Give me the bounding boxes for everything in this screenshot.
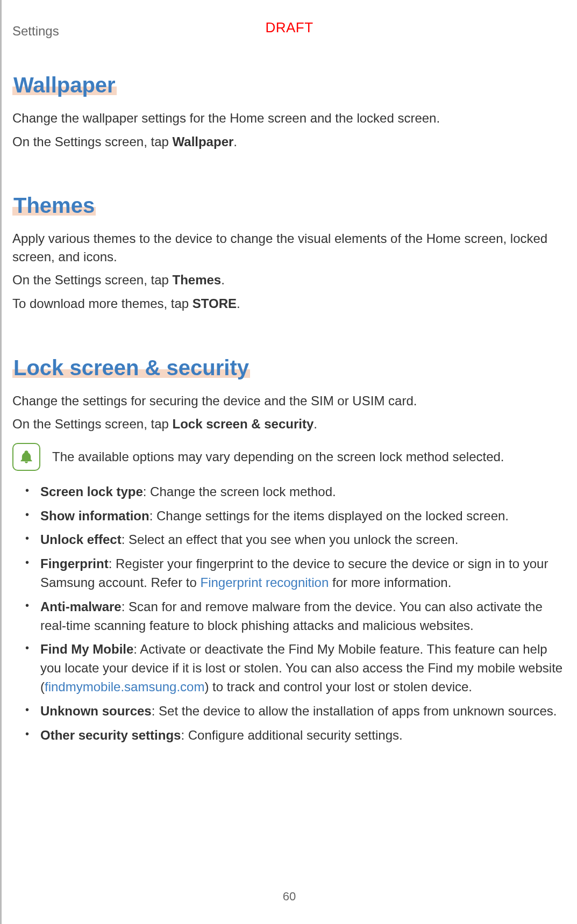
heading-lock-security: Lock screen & security (12, 356, 250, 380)
item-text: for more information. (329, 575, 451, 590)
heading-themes: Themes (12, 194, 96, 218)
page-number: 60 (283, 890, 296, 904)
text-fragment: To download more themes, tap (12, 296, 193, 311)
item-text: : Change the screen lock method. (143, 484, 336, 499)
section-lock-security: Lock screen & security Change the settin… (12, 356, 566, 745)
text-fragment: On the Settings screen, tap (12, 417, 173, 431)
text-fragment: . (221, 273, 225, 287)
bell-icon (12, 443, 40, 471)
themes-store-instruction: To download more themes, tap STORE. (12, 295, 566, 313)
item-title: Anti-malware (40, 599, 122, 614)
item-text: : Select an effect that you see when you… (122, 532, 459, 547)
link-findmymobile[interactable]: findmymobile.samsung.com (45, 679, 204, 694)
bold-wallpaper: Wallpaper (173, 134, 234, 149)
lock-desc: Change the settings for securing the dev… (12, 392, 566, 410)
list-item: Unknown sources: Set the device to allow… (25, 702, 566, 721)
themes-desc: Apply various themes to the device to ch… (12, 230, 566, 266)
page-header: Settings DRAFT (12, 19, 566, 41)
text-fragment: . (233, 134, 237, 149)
note-text: The available options may vary depending… (52, 449, 504, 464)
bold-store: STORE (193, 296, 237, 311)
bold-lock-security: Lock screen & security (173, 417, 314, 431)
draft-watermark: DRAFT (265, 19, 313, 36)
list-item: Show information: Change settings for th… (25, 507, 566, 526)
list-item: Other security settings: Configure addit… (25, 726, 566, 745)
item-title: Screen lock type (40, 484, 143, 499)
themes-instruction: On the Settings screen, tap Themes. (12, 271, 566, 289)
note-box: The available options may vary depending… (12, 443, 566, 471)
list-item: Fingerprint: Register your fingerprint t… (25, 555, 566, 592)
text-fragment: On the Settings screen, tap (12, 134, 173, 149)
section-themes: Themes Apply various themes to the devic… (12, 194, 566, 312)
lock-options-list: Screen lock type: Change the screen lock… (25, 483, 566, 745)
wallpaper-instruction: On the Settings screen, tap Wallpaper. (12, 133, 566, 151)
link-fingerprint-recognition[interactable]: Fingerprint recognition (201, 575, 329, 590)
item-text: : Configure additional security settings… (181, 728, 402, 742)
text-fragment: . (314, 417, 317, 431)
bold-themes: Themes (173, 273, 222, 287)
item-text: : Set the device to allow the installati… (152, 704, 557, 718)
item-title: Show information (40, 508, 149, 523)
item-title: Unknown sources (40, 704, 152, 718)
lock-instruction: On the Settings screen, tap Lock screen … (12, 415, 566, 433)
item-text: ) to track and control your lost or stol… (204, 679, 472, 694)
list-item: Screen lock type: Change the screen lock… (25, 483, 566, 502)
text-fragment: . (237, 296, 240, 311)
list-item: Find My Mobile: Activate or deactivate t… (25, 640, 566, 696)
list-item: Anti-malware: Scan for and remove malwar… (25, 598, 566, 635)
item-text: : Change settings for the items displaye… (149, 508, 509, 523)
wallpaper-desc: Change the wallpaper settings for the Ho… (12, 109, 566, 127)
header-section-title: Settings (12, 24, 59, 39)
item-title: Fingerprint (40, 556, 109, 571)
heading-wallpaper: Wallpaper (12, 73, 117, 97)
item-title: Unlock effect (40, 532, 122, 547)
document-page: Settings DRAFT Wallpaper Change the wall… (0, 0, 577, 924)
item-title: Find My Mobile (40, 642, 133, 656)
section-wallpaper: Wallpaper Change the wallpaper settings … (12, 73, 566, 151)
list-item: Unlock effect: Select an effect that you… (25, 531, 566, 549)
item-title: Other security settings (40, 728, 181, 742)
text-fragment: On the Settings screen, tap (12, 273, 173, 287)
